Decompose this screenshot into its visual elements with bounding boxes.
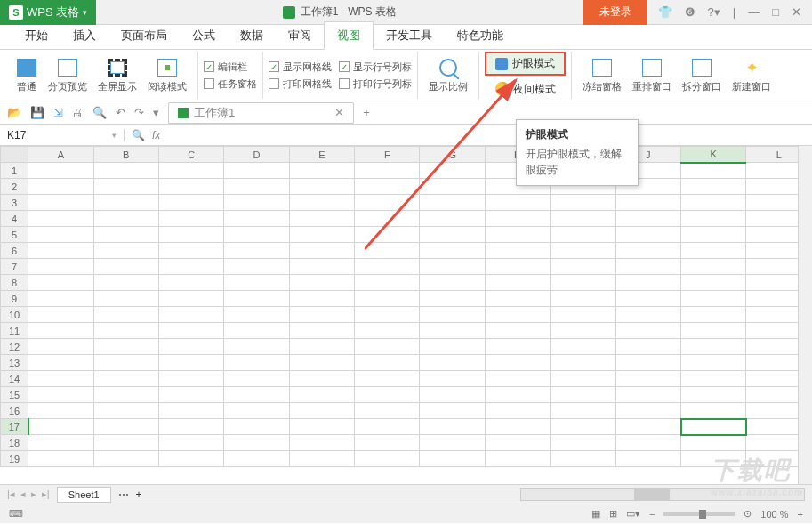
cell-D19[interactable] — [224, 451, 289, 467]
cell-B4[interactable] — [93, 211, 158, 227]
save-icon[interactable]: 💾 — [30, 106, 44, 119]
cell-K10[interactable] — [681, 307, 746, 323]
cell-K18[interactable] — [681, 435, 746, 451]
cell-D1[interactable] — [224, 163, 289, 179]
col-header-B[interactable]: B — [93, 147, 158, 163]
cell-I4[interactable] — [551, 211, 615, 227]
cell-D6[interactable] — [224, 243, 289, 259]
view-normal-button[interactable]: 普通 — [11, 52, 43, 99]
cell-B7[interactable] — [93, 259, 158, 275]
cell-G17[interactable] — [420, 419, 485, 435]
cell-F19[interactable] — [355, 451, 420, 467]
cell-A14[interactable] — [28, 371, 93, 387]
open-icon[interactable]: 📂 — [7, 106, 21, 119]
cell-H8[interactable] — [485, 275, 550, 291]
cell-E16[interactable] — [289, 403, 354, 419]
print-icon[interactable]: 🖨 — [72, 106, 84, 119]
cell-F2[interactable] — [355, 179, 420, 195]
cell-K12[interactable] — [681, 339, 746, 355]
chk-row-col[interactable]: ✓显示行号列标 — [339, 60, 412, 74]
cell-F11[interactable] — [355, 323, 420, 339]
cell-K19[interactable] — [681, 451, 746, 467]
cell-B15[interactable] — [93, 387, 158, 403]
cell-F4[interactable] — [355, 211, 420, 227]
cell-I12[interactable] — [551, 339, 615, 355]
cell-D2[interactable] — [224, 179, 289, 195]
tab-start[interactable]: 开始 — [12, 22, 60, 49]
cell-A17[interactable] — [28, 419, 93, 435]
cell-H17[interactable] — [485, 419, 550, 435]
cell-E12[interactable] — [289, 339, 354, 355]
cell-A12[interactable] — [28, 339, 93, 355]
cell-J5[interactable] — [615, 227, 680, 243]
cell-B19[interactable] — [93, 451, 158, 467]
cell-K4[interactable] — [681, 211, 746, 227]
cell-D3[interactable] — [224, 195, 289, 211]
tab-dev[interactable]: 开发工具 — [374, 22, 445, 49]
cell-B14[interactable] — [93, 371, 158, 387]
view-read-button[interactable]: 阅读模式 — [142, 52, 192, 99]
cell-H15[interactable] — [485, 387, 550, 403]
row-header-11[interactable]: 11 — [1, 323, 28, 339]
cell-C7[interactable] — [158, 259, 223, 275]
zoom-out[interactable]: − — [649, 509, 655, 520]
undo-icon[interactable]: ↶ — [116, 106, 125, 119]
cell-J19[interactable] — [615, 451, 680, 467]
cell-K13[interactable] — [681, 355, 746, 371]
row-header-19[interactable]: 19 — [1, 451, 28, 467]
vertical-scrollbar[interactable] — [798, 146, 812, 484]
cell-A16[interactable] — [28, 403, 93, 419]
cell-G15[interactable] — [420, 387, 485, 403]
cell-D7[interactable] — [224, 259, 289, 275]
cell-B5[interactable] — [93, 227, 158, 243]
cell-I13[interactable] — [551, 355, 615, 371]
cell-C11[interactable] — [158, 323, 223, 339]
cell-J12[interactable] — [615, 339, 680, 355]
cell-G18[interactable] — [420, 435, 485, 451]
view-page-button[interactable]: 分页预览 — [43, 52, 92, 99]
cell-H3[interactable] — [485, 195, 550, 211]
cell-G19[interactable] — [420, 451, 485, 467]
cell-H6[interactable] — [485, 243, 550, 259]
tab-data[interactable]: 数据 — [228, 22, 276, 49]
cell-C16[interactable] — [158, 403, 223, 419]
cell-A5[interactable] — [28, 227, 93, 243]
cell-K7[interactable] — [681, 259, 746, 275]
sheet-more[interactable]: ⋯ — [118, 488, 129, 501]
name-box[interactable]: K17 ▾ — [0, 129, 125, 141]
cell-F12[interactable] — [355, 339, 420, 355]
cell-E18[interactable] — [289, 435, 354, 451]
cell-B2[interactable] — [93, 179, 158, 195]
cell-G2[interactable] — [420, 179, 485, 195]
sheet-add[interactable]: + — [136, 488, 142, 501]
col-header-D[interactable]: D — [224, 147, 289, 163]
cell-J9[interactable] — [615, 291, 680, 307]
row-header-1[interactable]: 1 — [1, 163, 28, 179]
minimize-button[interactable]: — — [748, 5, 760, 19]
night-mode-button[interactable]: 夜间模式 — [485, 79, 566, 99]
cell-F10[interactable] — [355, 307, 420, 323]
col-header-K[interactable]: K — [681, 147, 746, 163]
cell-I3[interactable] — [551, 195, 615, 211]
cell-C13[interactable] — [158, 355, 223, 371]
cell-B8[interactable] — [93, 275, 158, 291]
cell-F18[interactable] — [355, 435, 420, 451]
cell-G10[interactable] — [420, 307, 485, 323]
cell-J6[interactable] — [615, 243, 680, 259]
row-header-12[interactable]: 12 — [1, 339, 28, 355]
cell-J7[interactable] — [615, 259, 680, 275]
cell-D8[interactable] — [224, 275, 289, 291]
cell-K16[interactable] — [681, 403, 746, 419]
cell-C8[interactable] — [158, 275, 223, 291]
cell-E1[interactable] — [289, 163, 354, 179]
row-header-3[interactable]: 3 — [1, 195, 28, 211]
cell-D5[interactable] — [224, 227, 289, 243]
cell-J8[interactable] — [615, 275, 680, 291]
cell-B9[interactable] — [93, 291, 158, 307]
cell-E19[interactable] — [289, 451, 354, 467]
cell-H4[interactable] — [485, 211, 550, 227]
row-header-17[interactable]: 17 — [1, 419, 28, 435]
cell-A19[interactable] — [28, 451, 93, 467]
cell-G1[interactable] — [420, 163, 485, 179]
cell-D13[interactable] — [224, 355, 289, 371]
